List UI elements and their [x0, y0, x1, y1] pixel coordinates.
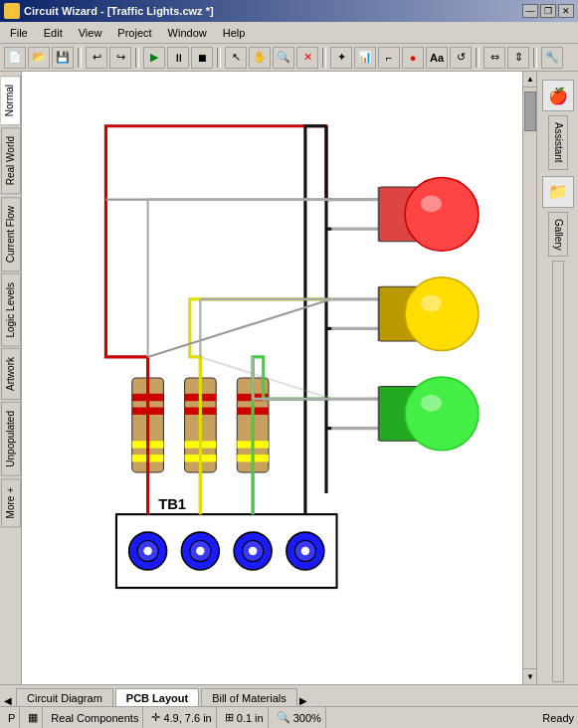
assistant-tab[interactable]: Assistant: [548, 115, 568, 170]
undo-button[interactable]: ↩: [86, 47, 107, 69]
status-mode: P: [4, 707, 20, 728]
svg-point-46: [421, 295, 442, 312]
pause-button[interactable]: ⏸: [167, 47, 189, 69]
toolbar-separator-4: [322, 48, 326, 68]
text-button[interactable]: Aa: [426, 47, 448, 69]
svg-point-45: [405, 277, 479, 351]
status-coordinates: ✛ 4.9, 7.6 in: [147, 707, 216, 728]
select-button[interactable]: ↖: [225, 47, 247, 69]
status-hatch: ▦: [24, 707, 43, 728]
mode-label: P: [8, 712, 15, 724]
zoom-button[interactable]: 🔍: [273, 47, 294, 69]
window-controls[interactable]: — ❐ ✕: [522, 4, 574, 18]
flip-h-button[interactable]: ⇔: [483, 47, 505, 69]
status-ready: Ready: [542, 712, 574, 724]
gallery-tab[interactable]: Gallery: [548, 212, 568, 258]
run-button[interactable]: ▶: [143, 47, 165, 69]
circuit-canvas[interactable]: TB1: [22, 72, 536, 684]
sidebar-tab-artwork[interactable]: Artwork: [1, 348, 21, 400]
svg-point-52: [421, 395, 442, 412]
status-grid: ⊞ 0.1 in: [221, 707, 269, 728]
grid-size-value: 0.1 in: [237, 712, 264, 724]
svg-rect-0: [22, 74, 536, 682]
sidebar-tab-realworld[interactable]: Real World: [1, 127, 21, 194]
delete-button[interactable]: ✕: [296, 47, 318, 69]
stop-button[interactable]: ⏹: [191, 47, 213, 69]
menu-bar: File Edit View Project Window Help: [0, 22, 578, 44]
toolbar-separator-3: [217, 48, 221, 68]
toolbar-separator-6: [533, 48, 537, 68]
save-button[interactable]: 💾: [52, 47, 74, 69]
toolbar-separator-1: [78, 48, 82, 68]
tab-circuit-diagram[interactable]: Circuit Diagram: [16, 688, 113, 706]
sidebar-tab-currentflow[interactable]: Current Flow: [1, 197, 21, 272]
menu-file[interactable]: File: [4, 25, 34, 41]
status-zoom: 🔍 300%: [273, 707, 326, 728]
svg-point-40: [421, 195, 442, 212]
coordinates-icon: ✛: [151, 711, 160, 724]
right-scrollbar[interactable]: [552, 261, 564, 682]
svg-point-11: [249, 547, 257, 555]
scroll-up-button[interactable]: ▲: [523, 72, 536, 88]
graph-button[interactable]: 📊: [354, 47, 376, 69]
junction-button[interactable]: ●: [402, 47, 424, 69]
tab-scroll-right[interactable]: ▶: [299, 695, 307, 706]
sidebar-tab-logiclevels[interactable]: Logic Levels: [1, 273, 21, 347]
gallery-icon[interactable]: 📁: [542, 176, 574, 208]
maximize-button[interactable]: ❐: [540, 4, 556, 18]
svg-text:TB1: TB1: [158, 496, 186, 512]
circuit-diagram: TB1: [22, 72, 536, 684]
sidebar-tab-unpopulated[interactable]: Unpopulated: [1, 402, 21, 476]
assistant-icon[interactable]: 🍎: [542, 80, 574, 111]
canvas-area[interactable]: TB1: [22, 72, 536, 684]
flip-v-button[interactable]: ⇕: [507, 47, 529, 69]
scrollbar-thumb[interactable]: [524, 91, 536, 131]
close-button[interactable]: ✕: [558, 4, 574, 18]
new-button[interactable]: 📄: [4, 47, 26, 69]
toolbar-separator-5: [476, 48, 480, 68]
toolbar-separator-2: [135, 48, 139, 68]
menu-window[interactable]: Window: [162, 25, 213, 41]
tab-scroll-left[interactable]: ◀: [4, 695, 12, 706]
tab-pcb-layout[interactable]: PCB Layout: [115, 688, 199, 706]
menu-edit[interactable]: Edit: [38, 25, 69, 41]
rotate-button[interactable]: ↺: [450, 47, 472, 69]
canvas-scrollbar[interactable]: ▲ ▼: [522, 72, 536, 684]
sidebar-tab-normal[interactable]: Normal: [1, 76, 21, 125]
minimize-button[interactable]: —: [522, 4, 538, 18]
title-bar: ⚡ Circuit Wizard - [Traffic Lights.cwz *…: [0, 0, 578, 22]
component-button[interactable]: 🔧: [541, 47, 563, 69]
redo-button[interactable]: ↪: [109, 47, 131, 69]
svg-point-14: [301, 547, 309, 555]
toolbar: 📄 📂 💾 ↩ ↪ ▶ ⏸ ⏹ ↖ ✋ 🔍 ✕ ✦ 📊 ⌐ ● Aa ↺ ⇔ ⇕…: [0, 44, 578, 72]
right-sidebar: 🍎 Assistant 📁 Gallery: [536, 72, 578, 684]
app-title: Circuit Wizard - [Traffic Lights.cwz *]: [24, 5, 214, 17]
grid-icon: ⊞: [225, 711, 234, 724]
status-bar: P ▦ Real Components ✛ 4.9, 7.6 in ⊞ 0.1 …: [0, 706, 578, 728]
sidebar-tab-more[interactable]: More +: [1, 478, 21, 527]
title-left: ⚡ Circuit Wizard - [Traffic Lights.cwz *…: [4, 3, 214, 19]
probe-button[interactable]: ✦: [330, 47, 352, 69]
hatch-icon: ▦: [28, 711, 38, 724]
pan-button[interactable]: ✋: [249, 47, 271, 69]
svg-point-5: [143, 547, 151, 555]
component-type-label: Real Components: [51, 712, 138, 724]
menu-help[interactable]: Help: [217, 25, 252, 41]
svg-point-51: [405, 377, 479, 451]
open-button[interactable]: 📂: [28, 47, 50, 69]
zoom-value: 300%: [293, 712, 321, 724]
tab-bill-of-materials[interactable]: Bill of Materials: [201, 688, 297, 706]
bottom-tab-bar: ◀ Circuit Diagram PCB Layout Bill of Mat…: [0, 684, 578, 706]
main-layout: Normal Real World Current Flow Logic Lev…: [0, 72, 578, 684]
svg-point-8: [196, 547, 204, 555]
left-sidebar: Normal Real World Current Flow Logic Lev…: [0, 72, 22, 684]
ready-label: Ready: [542, 712, 574, 724]
app-icon: ⚡: [4, 3, 20, 19]
menu-view[interactable]: View: [73, 25, 108, 41]
status-component-type: Real Components: [47, 707, 143, 728]
zoom-icon: 🔍: [277, 711, 290, 724]
wire-button[interactable]: ⌐: [378, 47, 400, 69]
menu-project[interactable]: Project: [111, 25, 157, 41]
coordinates-value: 4.9, 7.6 in: [163, 712, 211, 724]
scroll-down-button[interactable]: ▼: [523, 668, 536, 684]
